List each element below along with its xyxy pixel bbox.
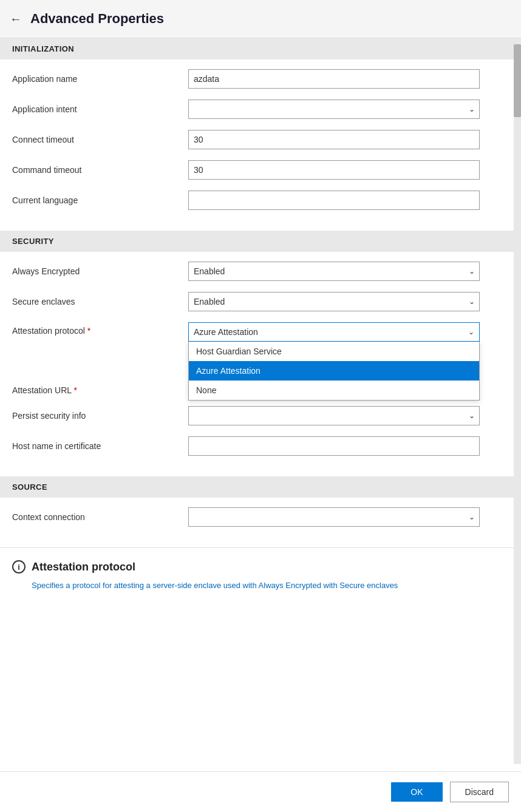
scrollbar-track[interactable] [514, 38, 521, 764]
select-wrapper-context-connection: ⌄ [188, 507, 480, 527]
row-command-timeout: Command timeout [12, 160, 502, 180]
label-attestation-protocol: Attestation protocol * [12, 322, 188, 336]
header: ← Advanced Properties [0, 0, 521, 38]
chevron-down-icon: ⌄ [468, 328, 474, 336]
label-attestation-url: Attestation URL * [12, 385, 188, 395]
select-context-connection[interactable] [188, 507, 480, 527]
control-command-timeout [188, 160, 480, 180]
info-panel: i Attestation protocol Specifies a proto… [0, 547, 514, 601]
row-application-intent: Application intent ReadWrite ReadOnly ⌄ [12, 100, 502, 119]
input-connect-timeout[interactable] [188, 130, 480, 149]
select-wrapper-secure-enclaves: Enabled Disabled ⌄ [188, 292, 480, 311]
dropdown-attestation-protocol[interactable]: Azure Attestation ⌄ Host Guardian Servic… [188, 322, 480, 342]
section-source: SOURCE [0, 476, 514, 498]
control-attestation-protocol: Azure Attestation ⌄ Host Guardian Servic… [188, 322, 480, 342]
source-fields: Context connection ⌄ [0, 498, 514, 547]
section-security: SECURITY [0, 231, 514, 252]
footer: OK Discard [0, 771, 521, 812]
dropdown-item-host-guardian[interactable]: Host Guardian Service [189, 342, 479, 361]
label-persist-security-info: Persist security info [12, 411, 188, 421]
section-initialization: INITIALIZATION [0, 38, 514, 59]
info-panel-header: i Attestation protocol [12, 560, 502, 573]
row-connect-timeout: Connect timeout [12, 130, 502, 149]
row-attestation-protocol: Attestation protocol * Azure Attestation… [12, 322, 502, 342]
row-current-language: Current language [12, 191, 502, 210]
dropdown-item-none[interactable]: None [189, 381, 479, 400]
dropdown-item-azure-attestation[interactable]: Azure Attestation [189, 361, 479, 381]
main-content: INITIALIZATION Application name Applicat… [0, 38, 514, 764]
row-host-name-certificate: Host name in certificate [12, 436, 502, 456]
row-persist-security-info: Persist security info True False ⌄ [12, 406, 502, 425]
page-title: Advanced Properties [30, 11, 164, 27]
required-indicator: * [85, 326, 90, 336]
control-always-encrypted: Enabled Disabled ⌄ [188, 262, 480, 281]
select-secure-enclaves[interactable]: Enabled Disabled [188, 292, 480, 311]
info-panel-title: Attestation protocol [32, 561, 135, 573]
dropdown-menu-attestation-protocol: Host Guardian Service Azure Attestation … [188, 342, 480, 401]
control-current-language [188, 191, 480, 210]
discard-button[interactable]: Discard [450, 782, 509, 802]
select-always-encrypted[interactable]: Enabled Disabled [188, 262, 480, 281]
row-context-connection: Context connection ⌄ [12, 507, 502, 527]
label-secure-enclaves: Secure enclaves [12, 297, 188, 306]
control-application-name [188, 69, 480, 89]
label-current-language: Current language [12, 195, 188, 205]
row-secure-enclaves: Secure enclaves Enabled Disabled ⌄ [12, 292, 502, 311]
scrollbar-thumb[interactable] [514, 44, 521, 117]
security-fields: Always Encrypted Enabled Disabled ⌄ Secu… [0, 252, 514, 476]
select-wrapper-application-intent: ReadWrite ReadOnly ⌄ [188, 100, 480, 119]
select-persist-security-info[interactable]: True False [188, 406, 480, 425]
label-context-connection: Context connection [12, 512, 188, 522]
select-application-intent[interactable]: ReadWrite ReadOnly [188, 100, 480, 119]
control-persist-security-info: True False ⌄ [188, 406, 480, 425]
select-wrapper-always-encrypted: Enabled Disabled ⌄ [188, 262, 480, 281]
info-panel-description: Specifies a protocol for attesting a ser… [12, 580, 502, 592]
control-secure-enclaves: Enabled Disabled ⌄ [188, 292, 480, 311]
label-application-name: Application name [12, 74, 188, 84]
label-host-name-certificate: Host name in certificate [12, 441, 188, 451]
control-context-connection: ⌄ [188, 507, 480, 527]
dropdown-trigger-attestation-protocol[interactable]: Azure Attestation ⌄ [188, 322, 480, 342]
back-button[interactable]: ← [10, 13, 22, 25]
initialization-fields: Application name Application intent Read… [0, 59, 514, 231]
required-indicator: * [72, 385, 77, 395]
input-host-name-certificate[interactable] [188, 436, 480, 456]
row-always-encrypted: Always Encrypted Enabled Disabled ⌄ [12, 262, 502, 281]
dropdown-selected-value: Azure Attestation [194, 327, 258, 337]
input-current-language[interactable] [188, 191, 480, 210]
control-host-name-certificate [188, 436, 480, 456]
label-always-encrypted: Always Encrypted [12, 266, 188, 276]
input-command-timeout[interactable] [188, 160, 480, 180]
ok-button[interactable]: OK [391, 782, 442, 802]
row-application-name: Application name [12, 69, 502, 89]
control-application-intent: ReadWrite ReadOnly ⌄ [188, 100, 480, 119]
control-connect-timeout [188, 130, 480, 149]
input-application-name[interactable] [188, 69, 480, 89]
select-wrapper-persist-security-info: True False ⌄ [188, 406, 480, 425]
content-area: INITIALIZATION Application name Applicat… [0, 38, 521, 764]
info-icon: i [12, 560, 26, 573]
label-command-timeout: Command timeout [12, 165, 188, 175]
label-application-intent: Application intent [12, 104, 188, 114]
label-connect-timeout: Connect timeout [12, 135, 188, 144]
